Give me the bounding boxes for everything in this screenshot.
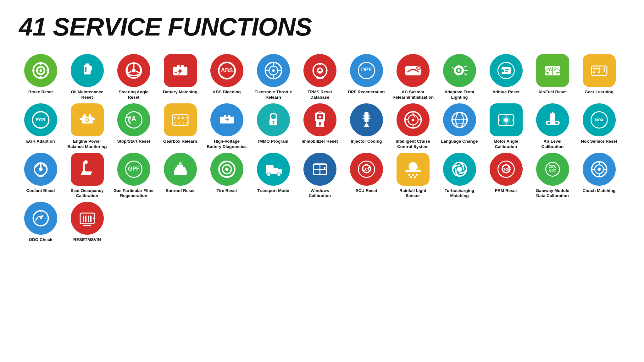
svg-point-48 [458,69,460,72]
service-item-sunroof-reset[interactable]: Sunroof Reset [158,153,202,199]
service-item-gas-particular-filter[interactable]: GPF Gas Particular Filter Regeneration [112,153,155,199]
service-functions-grid: Brake Reset Oil Maintenance Reset Steeri… [19,54,625,243]
service-item-gearbox-relearn[interactable]: P R N D 1 2 3 4 Gearbox Relearn [158,103,202,150]
svg-point-128 [504,118,508,122]
svg-point-151 [277,173,281,177]
service-item-ac-system-relearn[interactable]: AC System Relearn/Initialization [391,54,435,100]
svg-rect-17 [177,65,180,67]
service-item-gateway-module[interactable]: ZGW BDC Gateway Module Data Calibration [531,153,574,199]
svg-rect-35 [326,69,327,72]
immobilizer-reset-icon [303,103,336,136]
seat-occupancy-calibration-icon [71,153,104,186]
service-item-tire-reset[interactable]: Tire Reset [205,153,248,199]
battery-matching-icon: + [164,54,197,87]
service-item-odo-check[interactable]: ODO Check [19,202,62,243]
svg-rect-79 [89,114,91,117]
engine-power-balance-label: Engine Power Balance Monitoring [67,139,108,150]
engine-power-balance-icon [71,103,104,136]
service-item-windows-calibration[interactable]: Windows Calibration [298,153,341,199]
service-item-transport-mode[interactable]: Transport Mode [252,153,295,199]
svg-point-150 [267,173,271,177]
intelligent-cruise-icon [397,103,430,136]
service-item-dpf-regeneration[interactable]: DPF DPF Regeneration [345,54,388,100]
service-item-brake-reset[interactable]: Brake Reset [19,54,62,100]
svg-text:DPF: DPF [361,67,372,73]
svg-point-55 [502,69,504,72]
service-item-air-fuel-reset[interactable]: A F Air/Fuel Reset [531,54,574,100]
odo-check-label: ODO Check [29,237,52,243]
stop-start-reset-label: Stop/Start Reset [117,139,150,144]
service-item-seat-occupancy-calibration[interactable]: Seat Occupancy Calibration [65,153,109,199]
frm-reset-icon: FRM [490,153,523,186]
service-item-oil-maintenance-reset[interactable]: Oil Maintenance Reset [65,54,109,100]
nox-sensor-reset-label: Nox Sensor Reset [581,139,617,144]
service-item-stop-start-reset[interactable]: A Stop/Start Reset [112,103,155,150]
service-item-coolant-bleed[interactable]: Coolant Bleed [19,153,62,199]
svg-rect-8 [86,63,89,66]
service-item-gear-learning[interactable]: ⚙ Gear Learning [577,54,621,100]
svg-point-141 [84,160,88,164]
air-level-calibration-label: Air Level Calibration [532,139,573,150]
gear-learning-icon: ⚙ [583,54,616,87]
svg-text:F: F [553,67,557,72]
adblue-reset-icon [490,54,523,87]
language-change-icon [443,103,476,136]
service-item-turbocharging-matching[interactable]: Turbocharging Matching [438,153,481,199]
page-title: 41 SERVICE FUNCTIONS [19,13,625,41]
windows-calibration-icon [303,153,336,186]
svg-text:ZGW: ZGW [549,165,556,168]
svg-point-166 [457,167,462,172]
turbocharging-matching-label: Turbocharging Matching [439,188,480,199]
svg-text:NOX: NOX [595,118,603,122]
svg-rect-18 [181,65,184,67]
gateway-module-label: Gateway Module Data Calibration [532,188,573,199]
service-item-battery-matching[interactable]: + Battery Matching [158,54,202,100]
service-item-adaptive-front-lighting[interactable]: Adaptive Front Lighting [438,54,481,100]
service-item-engine-power-balance[interactable]: Engine Power Balance Monitoring [65,103,109,150]
service-item-immo-program[interactable]: IMMO Program [252,103,295,150]
svg-text:1: 1 [174,122,176,125]
tpms-reset-database-label: TPMS Reset Database [299,90,340,100]
svg-text:R: R [178,116,180,120]
svg-text:N: N [182,116,185,120]
service-item-resetmsvin[interactable]: RESETMSVIN [65,202,109,243]
stop-start-reset-icon: A [117,103,150,136]
svg-point-164 [414,176,416,178]
svg-text:P: P [174,116,176,120]
service-item-clutch-matching[interactable]: Clutch Matching [577,153,621,199]
service-item-steering-angle-reset[interactable]: Steering Angle Reset [112,54,155,100]
svg-text:●: ● [319,69,321,73]
svg-text:FRM: FRM [502,167,510,172]
svg-rect-56 [505,69,509,70]
svg-point-181 [40,217,42,219]
svg-point-161 [412,174,414,176]
service-item-nox-sensor-reset[interactable]: NOX Nox Sensor Reset [577,103,621,150]
service-item-rainfall-light-sensor[interactable]: Rainfall Light Sensor [391,153,435,199]
service-item-language-change[interactable]: Language Change [438,103,481,150]
service-item-frm-reset[interactable]: FRM FRM Reset [484,153,528,199]
high-voltage-battery-icon: -+ [210,103,243,136]
service-item-electronic-throttle-relearn[interactable]: Electronic Throttle Relearn [252,54,295,100]
service-item-adblue-reset[interactable]: Adblue Reset [484,54,528,100]
service-item-intelligent-cruise[interactable]: Intelligent Cruise Control System [391,103,435,150]
svg-line-52 [452,67,454,69]
service-item-motor-angle-calibration[interactable]: Motor Angle Calibration [484,103,528,150]
immobilizer-reset-label: Immobilizer Reset [302,139,338,144]
service-item-immobilizer-reset[interactable]: Immobilizer Reset [298,103,341,150]
service-item-tpms-reset-database[interactable]: ● TPMS Reset Database [298,54,341,100]
intelligent-cruise-label: Intelligent Cruise Control System [392,139,433,150]
service-item-ecu-reset[interactable]: ECU ECU Reset [345,153,388,199]
service-item-high-voltage-battery[interactable]: -+ High-Voltage Battery Diagnostics [205,103,248,150]
rainfall-light-sensor-label: Rainfall Light Sensor [392,188,433,199]
egr-adaption-icon: EGR [24,103,57,136]
svg-point-2 [39,69,42,72]
adaptive-front-lighting-icon [443,54,476,87]
svg-point-81 [86,119,88,121]
service-item-abs-bleeding[interactable]: ABS ABS Bleeding [205,54,248,100]
service-item-air-level-calibration[interactable]: Air Level Calibration [531,103,574,150]
service-item-injector-coding[interactable]: Injector Coding [345,103,388,150]
service-item-egr-adaption[interactable]: EGR EGR Adaption [19,103,62,150]
gearbox-relearn-label: Gearbox Relearn [163,139,197,144]
svg-text:A: A [131,115,136,123]
oil-maintenance-reset-label: Oil Maintenance Reset [67,90,108,100]
